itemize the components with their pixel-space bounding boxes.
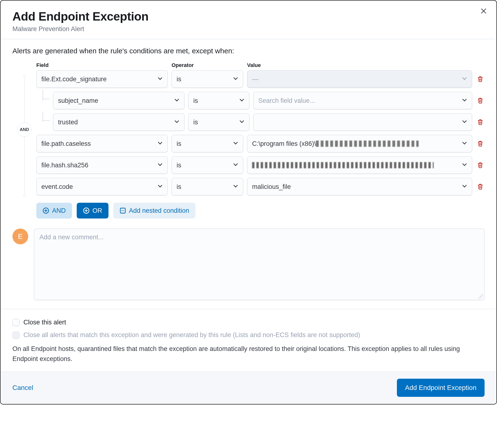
field-select-value: file.Ext.code_signature (41, 76, 107, 83)
operator-select[interactable]: is (171, 70, 243, 88)
and-badge: AND (17, 122, 31, 137)
operator-select-value: is (177, 76, 181, 83)
condition-row: subject_name is Search field value... (53, 92, 485, 110)
close-all-label: Close all alerts that match this excepti… (23, 331, 360, 339)
svg-point-4 (122, 210, 123, 211)
operator-select-value: is (177, 183, 181, 191)
options-section: Close this alert Close all alerts that m… (0, 309, 497, 371)
condition-actions: AND OR Add nested condition (36, 203, 485, 219)
intro-text: Alerts are generated when the rule's con… (12, 47, 485, 55)
value-text: — (252, 76, 259, 83)
value-input[interactable]: C:\program files (x86)\ (247, 135, 472, 153)
close-alert-checkbox[interactable] (12, 319, 20, 326)
operator-select-value: is (193, 119, 198, 126)
field-select[interactable]: file.hash.sha256 (36, 156, 168, 174)
plus-circle-icon (83, 207, 90, 214)
field-select-value: file.hash.sha256 (41, 162, 88, 169)
value-input[interactable]: malicious_file (247, 178, 472, 195)
button-label: OR (93, 207, 102, 214)
trash-icon (477, 97, 484, 104)
operator-select[interactable]: is (171, 135, 243, 153)
avatar: E (12, 228, 28, 244)
operator-select[interactable]: is (171, 178, 243, 195)
field-select-value: subject_name (58, 97, 98, 104)
svg-point-5 (123, 210, 124, 211)
field-select-value: file.path.caseless (41, 140, 91, 147)
condition-row: event.code is malicious_file (36, 178, 485, 195)
add-endpoint-exception-modal: Add Endpoint Exception Malware Preventio… (0, 0, 497, 404)
options-note: On all Endpoint hosts, quarantined files… (12, 344, 485, 364)
trash-icon (477, 162, 484, 169)
delete-row-button[interactable] (476, 182, 485, 191)
chevron-down-icon (461, 97, 468, 105)
add-or-button[interactable]: OR (77, 203, 109, 219)
trash-icon (477, 76, 484, 82)
modal-body: Alerts are generated when the rule's con… (0, 39, 497, 309)
and-rail: AND (12, 62, 36, 195)
comment-section: E Add a new comment... (12, 228, 485, 300)
operator-select[interactable]: is (188, 113, 249, 131)
chevron-down-icon (157, 75, 163, 83)
chevron-down-icon (157, 183, 163, 191)
condition-row: trusted is (53, 113, 485, 131)
conditions-block: AND Field Operator Value file.Ext.code_s… (12, 62, 485, 195)
button-label: Add nested condition (129, 207, 189, 214)
value-input-disabled: — (247, 70, 472, 88)
operator-select[interactable]: is (188, 92, 249, 110)
label-value: Value (247, 62, 485, 68)
field-select[interactable]: subject_name (53, 92, 185, 110)
value-input[interactable] (253, 113, 472, 131)
value-text: malicious_file (252, 183, 291, 191)
close-button[interactable] (479, 6, 488, 16)
comment-textarea[interactable]: Add a new comment... (34, 228, 485, 300)
operator-select[interactable]: is (171, 156, 243, 174)
value-placeholder: Search field value... (258, 97, 315, 104)
chevron-down-icon (233, 140, 239, 148)
field-select[interactable]: event.code (36, 178, 168, 195)
value-input[interactable] (247, 156, 472, 174)
modal-header: Add Endpoint Exception Malware Preventio… (0, 0, 497, 39)
trash-icon (477, 119, 484, 126)
field-select[interactable]: file.Ext.code_signature (36, 70, 168, 88)
delete-row-button[interactable] (476, 118, 485, 127)
plus-circle-icon (43, 207, 49, 214)
nested-condition: subject_name is Search field value... (36, 92, 485, 110)
delete-row-button[interactable] (476, 161, 485, 170)
delete-row-button[interactable] (476, 139, 485, 148)
chevron-down-icon (461, 183, 468, 191)
add-and-button[interactable]: AND (36, 203, 72, 219)
field-select-value: event.code (41, 183, 73, 191)
chevron-down-icon (157, 140, 163, 148)
button-label: AND (52, 207, 66, 214)
chevron-down-icon (461, 140, 468, 148)
delete-row-button[interactable] (476, 75, 485, 83)
cancel-button[interactable]: Cancel (12, 384, 33, 392)
chevron-down-icon (157, 161, 163, 169)
add-nested-button[interactable]: Add nested condition (113, 203, 195, 219)
delete-row-button[interactable] (476, 96, 485, 105)
operator-select-value: is (177, 162, 181, 169)
label-operator: Operator (171, 62, 243, 68)
nested-icon (120, 207, 126, 214)
redacted-text (316, 141, 419, 147)
redacted-text (252, 162, 434, 168)
chevron-down-icon (233, 75, 239, 83)
chevron-down-icon (233, 183, 239, 191)
close-alert-checkbox-row: Close this alert (12, 319, 485, 326)
nested-condition: trusted is (36, 113, 485, 131)
svg-point-3 (121, 210, 122, 211)
field-select-value: trusted (58, 119, 78, 126)
modal-title: Add Endpoint Exception (12, 10, 485, 23)
chevron-down-icon (174, 97, 180, 105)
submit-button[interactable]: Add Endpoint Exception (397, 379, 485, 397)
modal-subtitle: Malware Prevention Alert (12, 25, 485, 33)
chevron-down-icon (461, 75, 468, 83)
value-input[interactable]: Search field value... (253, 92, 472, 110)
field-select[interactable]: file.path.caseless (36, 135, 168, 153)
chevron-down-icon (461, 118, 468, 126)
close-all-checkbox (12, 332, 20, 339)
field-select[interactable]: trusted (53, 113, 185, 131)
trash-icon (477, 183, 484, 190)
condition-row: file.path.caseless is C:\program files (… (36, 135, 485, 153)
chevron-down-icon (174, 118, 180, 126)
